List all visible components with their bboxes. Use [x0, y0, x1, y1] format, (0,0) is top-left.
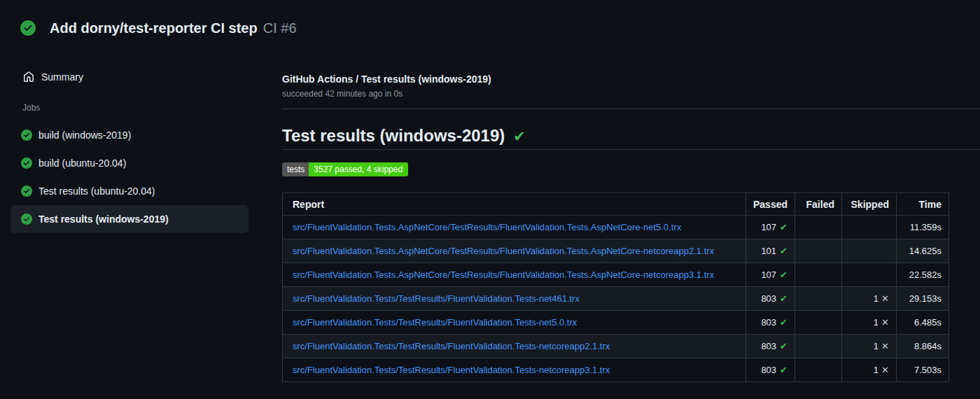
report-link[interactable]: src/FluentValidation.Tests/TestResults/F… — [293, 365, 610, 375]
skipped-cell: 1✕ — [842, 287, 897, 311]
table-row: src/FluentValidation.Tests.AspNetCore/Te… — [283, 216, 949, 239]
passed-cell: 803✔ — [746, 287, 795, 311]
passed-cell: 107✔ — [746, 216, 795, 239]
skipped-cell: 1✕ — [842, 358, 897, 382]
test-results-table: Report Passed Failed Skipped Time src/Fl… — [282, 192, 949, 382]
jobs-sidebar: Summary Jobs build (windows-2019) build … — [0, 56, 282, 233]
skipped-cell — [842, 216, 897, 239]
time-cell: 29.153s — [897, 287, 949, 311]
time-cell: 11.359s — [897, 216, 949, 239]
passed-check-icon: ✔ — [780, 341, 788, 351]
passed-cell: 803✔ — [746, 358, 795, 382]
table-row: src/FluentValidation.Tests/TestResults/F… — [283, 287, 949, 311]
skipped-cell: 1✕ — [842, 311, 897, 335]
job-label: build (ubuntu-20.04) — [38, 158, 126, 169]
failed-cell — [795, 287, 842, 311]
passed-check-icon: ✔ — [780, 246, 788, 256]
failed-cell — [795, 311, 842, 335]
skipped-cross-icon: ✕ — [881, 341, 889, 351]
report-link[interactable]: src/FluentValidation.Tests.AspNetCore/Te… — [293, 246, 714, 256]
skipped-cell: 1✕ — [842, 335, 897, 358]
column-header-skipped: Skipped — [842, 193, 897, 216]
report-link[interactable]: src/FluentValidation.Tests.AspNetCore/Te… — [293, 270, 714, 280]
job-label: Test results (windows-2019) — [38, 214, 169, 225]
run-title: Add dorny/test-reporter CI step — [50, 20, 258, 36]
heading-check-icon: ✔ — [513, 128, 526, 144]
column-header-time: Time — [897, 193, 949, 216]
header-divider — [282, 108, 980, 109]
skipped-cell — [842, 263, 897, 287]
run-success-check-circle-icon — [20, 20, 36, 36]
table-header-row: Report Passed Failed Skipped Time — [283, 193, 949, 216]
time-cell: 7.503s — [897, 358, 949, 382]
job-main-panel: GitHub Actions / Test results (windows-2… — [282, 56, 980, 382]
job-status-line: succeeded 42 minutes ago in 0s — [282, 89, 980, 99]
sidebar-item-test-results-ubuntu-2004[interactable]: Test results (ubuntu-20.04) — [10, 177, 248, 205]
job-title: GitHub Actions / Test results (windows-2… — [282, 73, 980, 85]
sidebar-item-build-windows-2019[interactable]: build (windows-2019) — [10, 121, 248, 149]
sidebar-item-summary[interactable]: Summary — [10, 67, 248, 87]
job-label: Test results (ubuntu-20.04) — [38, 186, 155, 197]
run-header: Add dorny/test-reporter CI step CI #6 — [0, 0, 980, 56]
tests-badge[interactable]: tests 3527 passed, 4 skipped — [282, 162, 408, 176]
report-link[interactable]: src/FluentValidation.Tests/TestResults/F… — [293, 293, 580, 304]
failed-cell — [795, 358, 842, 382]
jobs-heading: Jobs — [22, 103, 248, 113]
passed-check-icon: ✔ — [780, 222, 788, 232]
job-success-check-circle-icon — [21, 130, 32, 141]
passed-check-icon: ✔ — [780, 317, 788, 328]
failed-cell — [795, 335, 842, 358]
table-row: src/FluentValidation.Tests/TestResults/F… — [283, 335, 949, 358]
skipped-cross-icon: ✕ — [881, 365, 889, 375]
job-success-check-circle-icon — [21, 186, 32, 197]
badge-value: 3527 passed, 4 skipped — [309, 162, 408, 176]
table-row: src/FluentValidation.Tests.AspNetCore/Te… — [283, 239, 949, 263]
column-header-failed: Failed — [795, 193, 842, 216]
job-success-check-circle-icon — [21, 158, 32, 169]
failed-cell — [795, 263, 842, 287]
badge-label: tests — [282, 162, 309, 176]
skipped-cross-icon: ✕ — [881, 293, 889, 304]
report-link[interactable]: src/FluentValidation.Tests/TestResults/F… — [293, 341, 610, 351]
failed-cell — [795, 239, 842, 263]
skipped-cell — [842, 239, 897, 263]
job-success-check-circle-icon — [21, 214, 32, 225]
time-cell: 8.864s — [897, 335, 949, 358]
report-link[interactable]: src/FluentValidation.Tests.AspNetCore/Te… — [293, 222, 681, 232]
sidebar-item-test-results-windows-2019[interactable]: Test results (windows-2019) — [10, 205, 248, 233]
summary-label: Summary — [41, 71, 83, 83]
table-row: src/FluentValidation.Tests/TestResults/F… — [283, 311, 949, 335]
skipped-cross-icon: ✕ — [881, 317, 889, 328]
passed-cell: 101✔ — [746, 239, 795, 263]
sidebar-item-build-ubuntu-2004[interactable]: build (ubuntu-20.04) — [10, 149, 248, 177]
column-header-report: Report — [283, 193, 746, 216]
time-cell: 6.485s — [897, 311, 949, 335]
time-cell: 22.582s — [897, 263, 949, 287]
time-cell: 14.625s — [897, 239, 949, 263]
passed-cell: 107✔ — [746, 263, 795, 287]
passed-check-icon: ✔ — [780, 293, 788, 304]
run-number: CI #6 — [263, 20, 297, 36]
home-icon — [23, 71, 34, 83]
report-link[interactable]: src/FluentValidation.Tests/TestResults/F… — [293, 317, 577, 328]
job-label: build (windows-2019) — [38, 130, 131, 141]
table-row: src/FluentValidation.Tests/TestResults/F… — [283, 358, 949, 382]
passed-check-icon: ✔ — [780, 270, 788, 280]
column-header-passed: Passed — [746, 193, 795, 216]
passed-cell: 803✔ — [746, 335, 795, 358]
passed-cell: 803✔ — [746, 311, 795, 335]
report-heading: Test results (windows-2019)✔ — [282, 127, 980, 150]
table-row: src/FluentValidation.Tests.AspNetCore/Te… — [283, 263, 949, 287]
passed-check-icon: ✔ — [780, 365, 788, 375]
failed-cell — [795, 216, 842, 239]
